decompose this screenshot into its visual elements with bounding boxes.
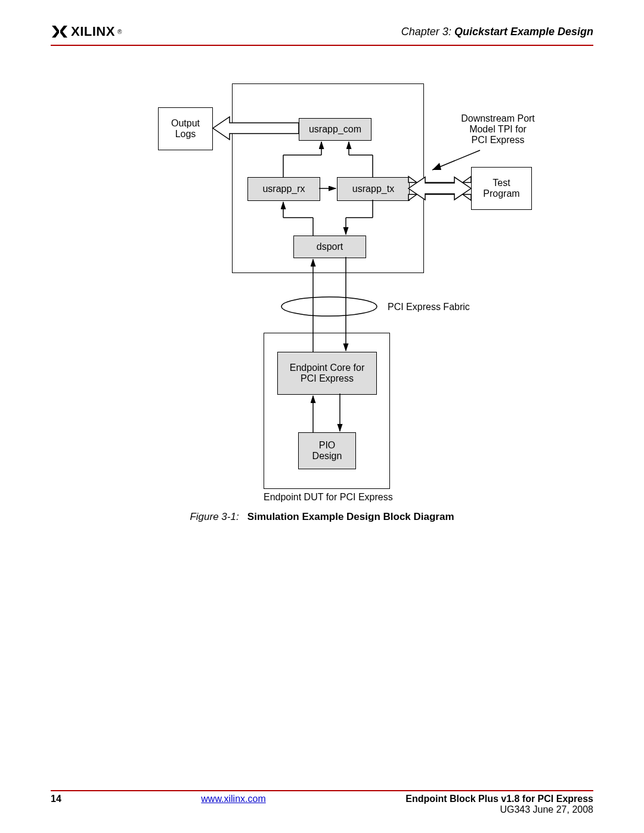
website-link[interactable]: www.xilinx.com xyxy=(201,794,265,815)
fabric-label: PCI Express Fabric xyxy=(388,302,470,312)
block-diagram: Output Logs usrapp_com usrapp_rx usrapp_… xyxy=(51,78,593,531)
logo-text: XILINX xyxy=(71,24,115,39)
doc-title: Endpoint Block Plus v1.8 for PCI Express xyxy=(405,794,593,804)
usrapp-com-box: usrapp_com xyxy=(299,118,371,141)
page-footer: 14 www.xilinx.com Endpoint Block Plus v1… xyxy=(51,794,593,815)
footer-rule xyxy=(51,790,593,791)
pio-design-box: PIO Design xyxy=(298,432,356,469)
page-number: 14 xyxy=(51,794,61,815)
doc-id: UG343 June 27, 2008 xyxy=(405,804,593,815)
xilinx-logo: XILINX ® xyxy=(51,24,122,39)
chapter-prefix: Chapter 3: xyxy=(401,26,451,38)
downstream-port-label: Downstream Port Model TPI for PCI Expres… xyxy=(444,113,552,145)
figure-number: Figure 3-1: xyxy=(190,511,239,522)
figure-caption: Figure 3-1: Simulation Example Design Bl… xyxy=(0,511,644,523)
endpoint-dut-label: Endpoint DUT for PCI Express xyxy=(264,492,393,503)
header-rule xyxy=(51,45,593,46)
dsport-box: dsport xyxy=(293,236,366,258)
chapter-heading: Chapter 3: Quickstart Example Design xyxy=(401,26,593,38)
usrapp-tx-box: usrapp_tx xyxy=(337,177,410,201)
chapter-title: Quickstart Example Design xyxy=(454,26,593,38)
registered-icon: ® xyxy=(117,29,122,35)
doc-info: Endpoint Block Plus v1.8 for PCI Express… xyxy=(405,794,593,815)
endpoint-core-box: Endpoint Core for PCI Express xyxy=(277,352,377,395)
test-program-box: Test Program xyxy=(471,167,532,210)
logo-icon xyxy=(51,24,69,39)
usrapp-rx-box: usrapp_rx xyxy=(247,177,320,201)
svg-point-14 xyxy=(281,297,377,316)
figure-title: Simulation Example Design Block Diagram xyxy=(247,511,454,522)
output-logs-box: Output Logs xyxy=(158,107,213,150)
page-header: XILINX ® Chapter 3: Quickstart Example D… xyxy=(51,24,593,39)
